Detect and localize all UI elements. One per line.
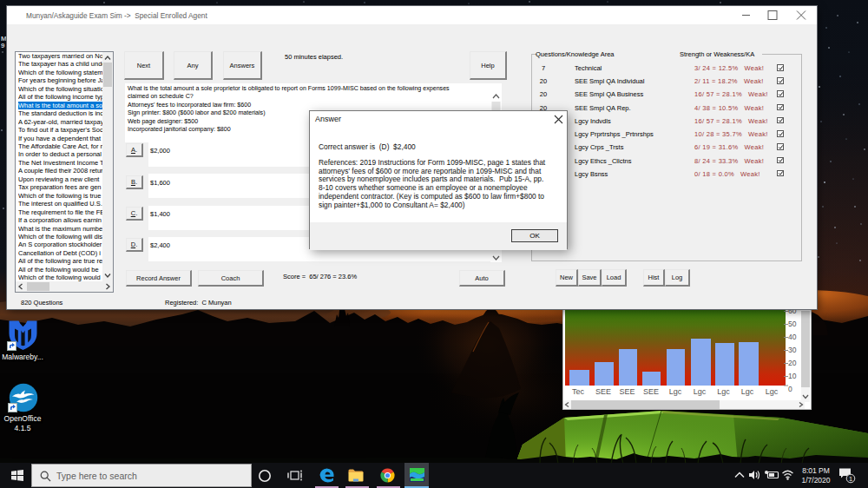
svg-text:1: 1 [849,475,852,483]
